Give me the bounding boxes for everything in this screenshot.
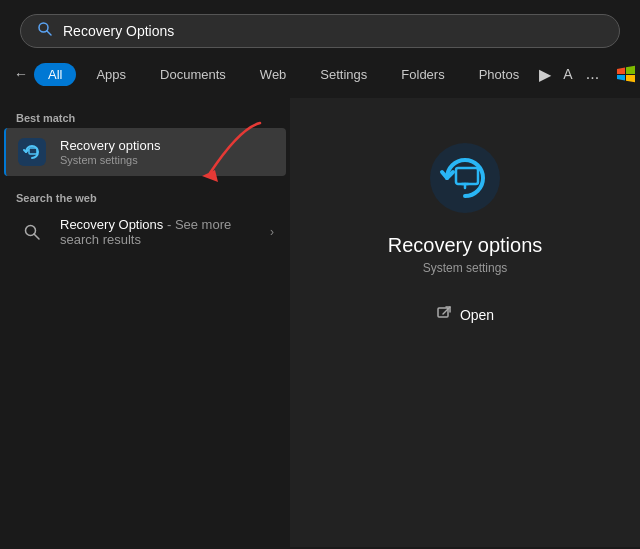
font-size-button[interactable]: A bbox=[563, 66, 572, 82]
open-label: Open bbox=[460, 307, 494, 323]
svg-rect-3 bbox=[18, 138, 46, 166]
more-options-button[interactable]: ... bbox=[579, 60, 607, 88]
filter-photos[interactable]: Photos bbox=[465, 63, 533, 86]
windows-logo bbox=[613, 61, 639, 87]
play-button[interactable]: ▶ bbox=[539, 60, 551, 88]
search-input[interactable] bbox=[63, 23, 603, 39]
left-panel: Best match Recovery options System setti… bbox=[0, 98, 290, 264]
result-subtitle: System settings bbox=[60, 154, 274, 166]
recovery-options-icon bbox=[16, 136, 48, 168]
search-icon bbox=[37, 21, 53, 41]
result-title: Recovery options bbox=[60, 138, 274, 153]
open-icon bbox=[436, 305, 452, 324]
svg-point-8 bbox=[430, 143, 500, 213]
filter-settings[interactable]: Settings bbox=[306, 63, 381, 86]
open-button[interactable]: Open bbox=[422, 299, 508, 330]
web-result-bold: Recovery Options bbox=[60, 217, 163, 232]
app-icon-large bbox=[425, 138, 505, 218]
right-panel: Recovery options System settings Open bbox=[290, 98, 640, 547]
filter-web[interactable]: Web bbox=[246, 63, 301, 86]
filter-folders[interactable]: Folders bbox=[387, 63, 458, 86]
filter-bar: ← All Apps Documents Web Settings Folder… bbox=[0, 56, 640, 92]
right-panel-subtitle: System settings bbox=[423, 261, 508, 275]
svg-line-1 bbox=[47, 31, 51, 35]
right-panel-title: Recovery options bbox=[388, 234, 543, 257]
recovery-options-result[interactable]: Recovery options System settings bbox=[4, 128, 286, 176]
main-content: Best match Recovery options System setti… bbox=[0, 98, 640, 547]
filter-documents[interactable]: Documents bbox=[146, 63, 240, 86]
best-match-label: Best match bbox=[0, 106, 290, 128]
web-result[interactable]: Recovery Options - See more search resul… bbox=[4, 208, 286, 256]
filter-all[interactable]: All bbox=[34, 63, 76, 86]
svg-rect-12 bbox=[438, 308, 448, 317]
web-search-icon bbox=[16, 216, 48, 248]
back-button[interactable]: ← bbox=[14, 60, 28, 88]
filter-apps[interactable]: Apps bbox=[82, 63, 140, 86]
chevron-right-icon: › bbox=[270, 225, 274, 239]
search-web-label: Search the web bbox=[0, 186, 290, 208]
search-bar bbox=[20, 14, 620, 48]
svg-line-6 bbox=[34, 234, 39, 239]
